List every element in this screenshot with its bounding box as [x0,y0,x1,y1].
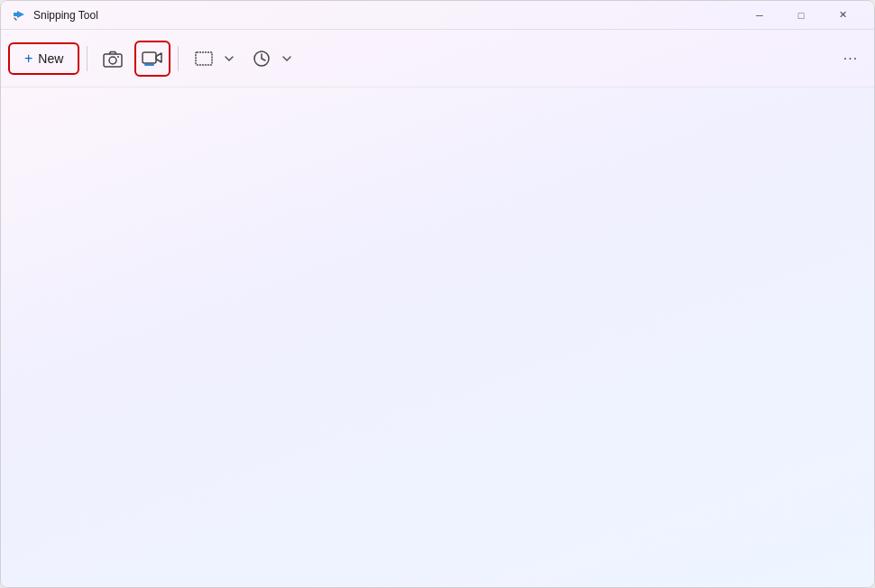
plus-icon: + [24,51,32,67]
shape-button[interactable] [188,42,220,75]
chevron-down-icon-2 [282,56,291,61]
app-window: Snipping Tool ─ □ ✕ + New [0,0,875,588]
minimize-button[interactable]: ─ [739,1,780,30]
more-options-button[interactable]: ··· [834,42,867,75]
close-button[interactable]: ✕ [822,1,863,30]
camera-icon [103,50,123,68]
new-button[interactable]: + New [8,42,79,75]
svg-point-2 [117,56,119,58]
toolbar-separator-2 [178,46,179,71]
svg-point-1 [109,57,116,64]
svg-rect-3 [143,52,156,63]
screenshot-button[interactable] [95,41,131,77]
timer-dropdown-arrow[interactable] [278,42,296,75]
clock-icon [253,50,271,68]
window-controls: ─ □ ✕ [739,1,863,30]
window-title: Snipping Tool [33,9,739,22]
toolbar-separator [87,46,88,71]
main-content [1,87,874,587]
shape-selector [186,41,240,77]
video-record-button[interactable] [134,41,170,77]
rectangle-icon [195,51,213,66]
svg-rect-5 [196,52,212,65]
timer-selector [244,41,298,77]
more-options-dots: ··· [843,51,858,67]
toolbar: + New [1,30,874,87]
timer-button[interactable] [245,42,278,75]
svg-rect-0 [104,54,122,67]
app-icon [12,8,26,23]
maximize-button[interactable]: □ [780,1,822,30]
video-camera-icon [142,51,163,67]
svg-rect-4 [144,63,154,66]
title-bar: Snipping Tool ─ □ ✕ [1,1,874,30]
shape-dropdown-arrow[interactable] [220,42,238,75]
chevron-down-icon [225,56,234,61]
new-button-label: New [38,51,63,66]
